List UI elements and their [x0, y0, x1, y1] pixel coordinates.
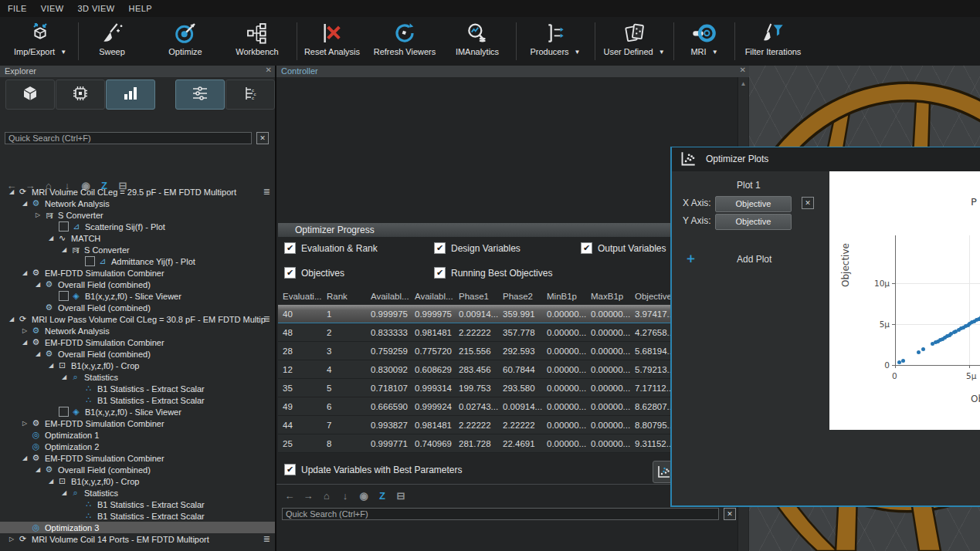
add-plot-button[interactable]: Add Plot	[737, 254, 771, 265]
table-row[interactable]: 4470.9938270.9814812.222222.222220.00000…	[278, 416, 738, 434]
tree-expanded-icon[interactable]: ◢	[32, 350, 43, 357]
option-checkbox-evaluation-rank[interactable]: ✔Evaluation & Rank	[284, 242, 378, 254]
table-row[interactable]: 2830.7592590.775720215.556292.5930.00000…	[278, 342, 738, 360]
tree-item-b1-statistics-extract-scalar[interactable]: ∴B1 Statistics - Extract Scalar	[0, 383, 275, 394]
tree-expanded-icon[interactable]: ◢	[19, 339, 30, 346]
tree-item-checkbox[interactable]	[59, 221, 69, 232]
tree-collapsed-icon[interactable]: ▷	[32, 211, 43, 218]
column-header-6[interactable]: MinB1p	[542, 292, 586, 301]
tree-item-scattering-sij-f-plot[interactable]: ⊿Scattering Sij(f) - Plot	[0, 221, 275, 232]
tree-collapsed-icon[interactable]: ▷	[19, 420, 30, 427]
home-icon[interactable]: ⌂	[321, 490, 332, 502]
checkbox-checked-icon[interactable]: ✔	[434, 242, 446, 254]
forward-icon[interactable]: →	[303, 490, 314, 502]
tree-item-b1-x-y-z-f0-crop[interactable]: ◢⊡B1(x,y,z,f0) - Crop	[0, 475, 275, 487]
menu-file[interactable]: FILE	[8, 4, 27, 13]
filter-button-schematic-tree[interactable]: ccc	[226, 79, 275, 110]
toolbar-button-user-defined[interactable]: User Defined▼	[598, 19, 670, 63]
table-row[interactable]: 4960.6665900.9999240.02743...0.00914...0…	[278, 397, 738, 416]
back-icon[interactable]: ←	[284, 490, 295, 502]
tree-item-b1-statistics-extract-scalar[interactable]: ∴B1 Statistics - Extract Scalar	[0, 499, 275, 510]
tree-item-overall-field-combined-[interactable]: ⚙Overall Field (combined)	[0, 302, 275, 313]
toolbar-button-imp-export[interactable]: Imp/Export▼	[5, 19, 76, 63]
tree-item-mri-volume-coil-cleg-29-5-pf-em-fdtd-mul[interactable]: ◢⟳MRI Volume Coil CLeg = 29.5 pF - EM FD…	[0, 186, 275, 198]
tree-item-admittance-yij-f-plot[interactable]: ⊿Admittance Yij(f) - Plot	[0, 255, 275, 267]
menu-help[interactable]: HELP	[129, 4, 152, 13]
option-checkbox-design-variables[interactable]: ✔Design Variables	[434, 242, 521, 254]
tree-item-b1-x-y-z-f0-crop[interactable]: ◢⊡B1(x,y,z,f0) - Crop	[0, 360, 275, 371]
menu-view[interactable]: VIEW	[41, 4, 64, 13]
toolbar-button-producers[interactable]: Producers▼	[521, 19, 590, 63]
column-header-0[interactable]: Evaluati...	[278, 292, 322, 301]
checkbox-checked-icon[interactable]: ✔	[434, 267, 446, 279]
tree-expanded-icon[interactable]: ◢	[6, 316, 17, 323]
option-checkbox-running-best-objectives[interactable]: ✔Running Best Objectives	[434, 267, 552, 279]
table-row[interactable]: 4820.8333330.9814812.22222357.7780.00000…	[278, 323, 738, 342]
add-plot-plus-icon[interactable]: ＋	[684, 252, 697, 265]
tree-expanded-icon[interactable]: ◢	[59, 374, 70, 380]
tree-item-optimization-1[interactable]: ◎Optimization 1	[0, 429, 275, 441]
filter-button-chip[interactable]	[56, 79, 105, 110]
tree-expanded-icon[interactable]: ◢	[32, 466, 43, 473]
tree-collapsed-icon[interactable]: ▷	[6, 536, 17, 543]
z-order-icon[interactable]: Z	[377, 490, 388, 502]
tree-expanded-icon[interactable]: ◢	[19, 269, 30, 276]
tree-item-statistics[interactable]: ◢⌕Statistics	[0, 371, 275, 383]
tree-item-match[interactable]: ◢∿MATCH	[0, 232, 275, 244]
tree-expanded-icon[interactable]: ◢	[19, 200, 30, 207]
tree-item-network-analysis[interactable]: ▷⚙Network Analysis	[0, 325, 275, 336]
table-row[interactable]: 4010.9999750.9999750.00914...359.9910.00…	[278, 305, 738, 323]
checkbox-checked-icon[interactable]: ✔	[284, 242, 296, 254]
tree-item-b1-statistics-extract-scalar[interactable]: ∴B1 Statistics - Extract Scalar	[0, 510, 275, 522]
tree-expanded-icon[interactable]: ◢	[46, 362, 56, 369]
tree-item-em-fdtd-simulation-combiner[interactable]: ◢⚙EM-FDTD Simulation Combiner	[0, 336, 275, 348]
toolbar-button-workbench[interactable]: Workbench	[222, 19, 292, 63]
column-header-7[interactable]: MaxB1p	[586, 292, 630, 301]
chevron-down-icon[interactable]: ▼	[712, 49, 718, 56]
explorer-search-input[interactable]	[5, 132, 252, 144]
tree-expanded-icon[interactable]: ◢	[32, 281, 43, 288]
remove-plot-icon[interactable]: ✕	[802, 197, 814, 209]
tree-item-b1-statistics-extract-scalar[interactable]: ∴B1 Statistics - Extract Scalar	[0, 394, 275, 406]
tree-expanded-icon[interactable]: ◢	[19, 455, 30, 461]
y-axis-select[interactable]: Objective	[715, 214, 792, 230]
chevron-down-icon[interactable]: ▼	[659, 49, 665, 56]
tree-item-overall-field-combined-[interactable]: ◢⚙Overall Field (combined)	[0, 279, 275, 290]
checkbox-checked-icon[interactable]: ✔	[284, 464, 296, 475]
tree-expanded-icon[interactable]: ◢	[59, 246, 70, 253]
checkbox-checked-icon[interactable]: ✔	[284, 267, 296, 279]
controller-search-clear-icon[interactable]: ✕	[724, 508, 736, 520]
explorer-search-clear-icon[interactable]: ✕	[256, 132, 269, 144]
x-axis-select[interactable]: Objective	[715, 196, 792, 212]
table-row[interactable]: 2580.9997710.740969281.72822.46910.00000…	[278, 434, 738, 453]
tree-expanded-icon[interactable]: ◢	[59, 489, 70, 496]
tree-item-overall-field-combined-[interactable]: ◢⚙Overall Field (combined)	[0, 464, 275, 475]
collapse-icon[interactable]: ⊟	[395, 490, 406, 502]
tree-item-optimization-2[interactable]: ◎Optimization 2	[0, 441, 275, 452]
toolbar-button-sweep[interactable]: Sweep	[82, 19, 142, 63]
tree-item-em-fdtd-simulation-combiner[interactable]: ◢⚙EM-FDTD Simulation Combiner	[0, 267, 275, 279]
tree-expanded-icon[interactable]: ◢	[46, 478, 56, 485]
tree-item-em-fdtd-simulation-combiner[interactable]: ▷⚙EM-FDTD Simulation Combiner	[0, 417, 275, 429]
down-icon[interactable]: ↓	[340, 490, 351, 502]
tree-item-b1-x-y-z-f0-slice-viewer[interactable]: ◈B1(x,y,z,f0) - Slice Viewer	[0, 406, 275, 417]
option-checkbox-objectives[interactable]: ✔Objectives	[284, 267, 344, 279]
tree-item-em-fdtd-simulation-combiner[interactable]: ◢⚙EM-FDTD Simulation Combiner	[0, 452, 275, 464]
column-header-2[interactable]: Availabl...	[366, 292, 410, 301]
chevron-down-icon[interactable]: ▼	[575, 49, 581, 56]
tree-item-optimization-3[interactable]: ◎Optimization 3	[0, 522, 275, 533]
tree-item-s-converter[interactable]: ◢[S]ʃS Converter	[0, 244, 275, 255]
toolbar-button-optimize[interactable]: Optimize	[151, 19, 219, 63]
toolbar-button-mri[interactable]: MRI▼	[677, 19, 732, 63]
toolbar-button-refresh-viewers[interactable]: Refresh Viewers	[369, 19, 440, 63]
chevron-down-icon[interactable]: ▼	[60, 49, 66, 56]
controller-close-icon[interactable]: ✕	[740, 66, 746, 74]
tree-collapsed-icon[interactable]: ▷	[19, 327, 30, 334]
filter-button-model-3d[interactable]	[5, 79, 55, 110]
toolbar-button-reset-analysis[interactable]: Reset Analysis	[301, 19, 363, 63]
column-header-4[interactable]: Phase1	[454, 292, 498, 301]
table-row[interactable]: 1240.8300920.608629283.45660.78440.00000…	[278, 360, 738, 379]
option-checkbox-output-variables[interactable]: ✔Output Variables	[581, 242, 666, 254]
column-header-1[interactable]: Rank	[322, 292, 366, 301]
filter-button-parameters-sliders[interactable]	[175, 79, 225, 110]
